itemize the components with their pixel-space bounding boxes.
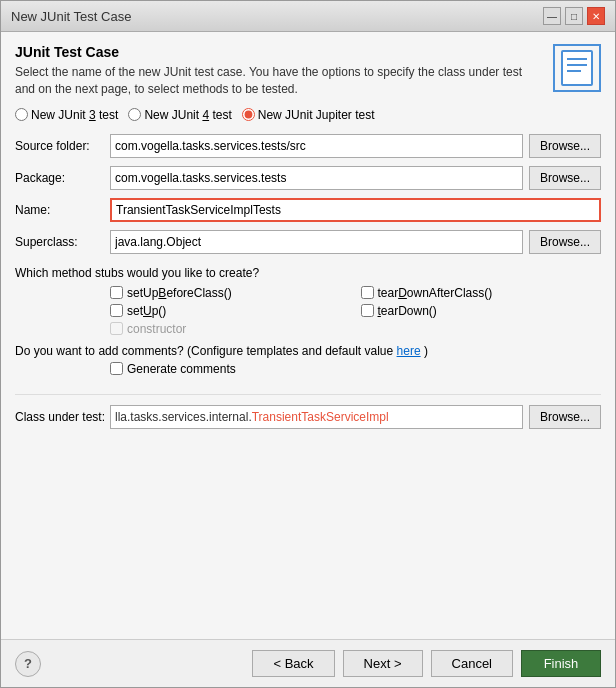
name-row: Name:	[15, 198, 601, 222]
source-folder-input[interactable]	[110, 134, 523, 158]
stub-teardownafterclass-input[interactable]	[361, 286, 374, 299]
class-under-test-input-container: lla.tasks.services.internal.TransientTas…	[110, 405, 523, 429]
footer-left: ?	[15, 651, 41, 677]
dialog-footer: ? < Back Next > Cancel Finish	[1, 639, 615, 687]
package-input[interactable]	[110, 166, 523, 190]
next-button[interactable]: Next >	[343, 650, 423, 677]
stub-teardown-input[interactable]	[361, 304, 374, 317]
generate-comments-row: Generate comments	[110, 362, 601, 376]
stub-constructor-label: constructor	[127, 322, 186, 336]
superclass-label: Superclass:	[15, 235, 110, 249]
stub-teardownafterclass[interactable]: tearDownAfterClass()	[361, 286, 602, 300]
stub-teardownafterclass-label: tearDownAfterClass()	[378, 286, 493, 300]
junit-version-radio-group: New JUnit 3 test New JUnit 4 test New JU…	[15, 108, 601, 122]
comments-question: Do you want to add comments? (Configure …	[15, 344, 393, 358]
window-controls: — □ ✕	[543, 7, 605, 25]
footer-buttons: < Back Next > Cancel Finish	[252, 650, 601, 677]
class-under-test-row: Class under test: lla.tasks.services.int…	[15, 405, 601, 429]
cancel-button[interactable]: Cancel	[431, 650, 513, 677]
close-button[interactable]: ✕	[587, 7, 605, 25]
source-folder-label: Source folder:	[15, 139, 110, 153]
dialog-body: JUnit Test Case Select the name of the n…	[1, 32, 615, 639]
class-highlight-text: TransientTaskServiceImpl	[252, 410, 389, 424]
dialog-window: New JUnit Test Case — □ ✕ JUnit Test Cas…	[0, 0, 616, 688]
generate-comments-input[interactable]	[110, 362, 123, 375]
header-left: JUnit Test Case Select the name of the n…	[15, 44, 543, 98]
radio-junit3[interactable]: New JUnit 3 test	[15, 108, 118, 122]
package-row: Package: Browse...	[15, 166, 601, 190]
class-under-test-display[interactable]: lla.tasks.services.internal.TransientTas…	[110, 405, 523, 429]
class-normal-text: lla.tasks.services.internal.	[115, 410, 252, 424]
title-bar: New JUnit Test Case — □ ✕	[1, 1, 615, 32]
comments-question-end: )	[424, 344, 428, 358]
radio-junit4[interactable]: New JUnit 4 test	[128, 108, 231, 122]
stub-setupbeforeclass-input[interactable]	[110, 286, 123, 299]
stub-setupbeforeclass-label: setUpBeforeClass()	[127, 286, 232, 300]
comments-link[interactable]: here	[397, 344, 421, 358]
radio-jupiter[interactable]: New JUnit Jupiter test	[242, 108, 375, 122]
stub-constructor-input[interactable]	[110, 322, 123, 335]
divider	[15, 394, 601, 395]
package-label: Package:	[15, 171, 110, 185]
superclass-row: Superclass: Browse...	[15, 230, 601, 254]
radio-junit3-label: New JUnit 3 test	[31, 108, 118, 122]
minimize-button[interactable]: —	[543, 7, 561, 25]
radio-jupiter-label: New JUnit Jupiter test	[258, 108, 375, 122]
radio-junit3-input[interactable]	[15, 108, 28, 121]
stub-setup-label: setUp()	[127, 304, 166, 318]
radio-junit4-input[interactable]	[128, 108, 141, 121]
stub-constructor[interactable]: constructor	[110, 322, 351, 336]
source-folder-row: Source folder: Browse...	[15, 134, 601, 158]
back-button[interactable]: < Back	[252, 650, 334, 677]
help-button[interactable]: ?	[15, 651, 41, 677]
dialog-title: New JUnit Test Case	[11, 9, 131, 24]
maximize-button[interactable]: □	[565, 7, 583, 25]
header-section: JUnit Test Case Select the name of the n…	[15, 44, 601, 98]
class-under-test-browse-button[interactable]: Browse...	[529, 405, 601, 429]
junit-icon	[553, 44, 601, 92]
stub-teardown-label: tearDown()	[378, 304, 437, 318]
finish-button[interactable]: Finish	[521, 650, 601, 677]
package-browse-button[interactable]: Browse...	[529, 166, 601, 190]
stub-setupbeforeclass[interactable]: setUpBeforeClass()	[110, 286, 351, 300]
class-under-test-label: Class under test:	[15, 410, 110, 424]
stubs-checkboxes: setUpBeforeClass() tearDownAfterClass() …	[110, 286, 601, 336]
source-folder-browse-button[interactable]: Browse...	[529, 134, 601, 158]
stub-teardown[interactable]: tearDown()	[361, 304, 602, 318]
radio-junit4-label: New JUnit 4 test	[144, 108, 231, 122]
stub-setup-input[interactable]	[110, 304, 123, 317]
superclass-browse-button[interactable]: Browse...	[529, 230, 601, 254]
comments-section: Do you want to add comments? (Configure …	[15, 344, 601, 376]
header-title: JUnit Test Case	[15, 44, 543, 60]
name-label: Name:	[15, 203, 110, 217]
header-description: Select the name of the new JUnit test ca…	[15, 64, 543, 98]
svg-rect-0	[562, 51, 592, 85]
generate-comments-label[interactable]: Generate comments	[127, 362, 236, 376]
name-input[interactable]	[110, 198, 601, 222]
superclass-input[interactable]	[110, 230, 523, 254]
stub-setup[interactable]: setUp()	[110, 304, 351, 318]
comments-description: Do you want to add comments? (Configure …	[15, 344, 601, 358]
stubs-title: Which method stubs would you like to cre…	[15, 266, 601, 280]
radio-jupiter-input[interactable]	[242, 108, 255, 121]
